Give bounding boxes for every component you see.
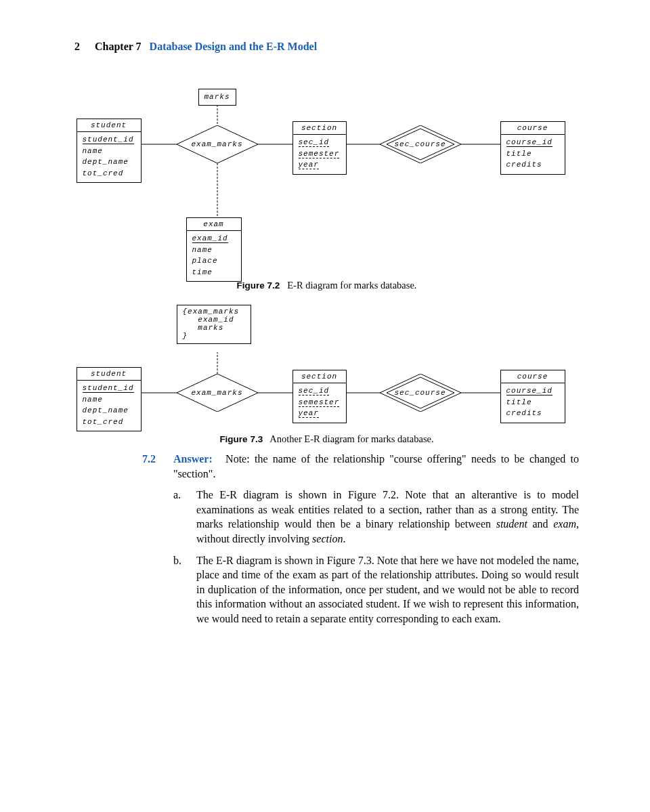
rel-sec-course-2-label: sec_course <box>394 389 446 397</box>
student2-attr-1: name <box>83 394 135 406</box>
entity-section: section sec_id semester year <box>292 121 347 175</box>
student-attr-1: name <box>83 146 135 157</box>
student2-attr-2: dept_name <box>83 405 135 416</box>
figure-7-2-text: E-R diagram for marks database. <box>287 280 416 291</box>
rel-sec-course-label: sec_course <box>394 140 446 148</box>
entity-student-title: student <box>77 119 141 132</box>
entity-exam: exam exam_id name place time <box>186 217 242 282</box>
rel-exam-marks-2: exam_marks <box>177 375 258 411</box>
marks-attr-title: marks <box>204 91 230 103</box>
entity-course-2-title: course <box>501 370 565 383</box>
answer-number: 7.2 <box>142 452 173 481</box>
rel-exam-marks-2-label: exam_marks <box>191 389 242 397</box>
course2-attr-2: credits <box>506 408 559 419</box>
exam-attr-2: place <box>192 255 236 267</box>
section-attr-2: year <box>299 161 319 169</box>
student-attr-0: student_id <box>83 136 134 144</box>
exam-attr-1: name <box>192 244 236 256</box>
student2-attr-3: tot_cred <box>83 416 135 428</box>
rel-exam-marks-label: exam_marks <box>191 140 242 148</box>
entity-section-2-title: section <box>293 370 346 383</box>
entity-course-title: course <box>501 122 565 135</box>
er-diagram-7-2: marks student student_id name dept_name … <box>77 77 578 280</box>
section2-attr-0: sec_id <box>299 387 330 396</box>
student-attr-3: tot_cred <box>83 168 135 179</box>
entity-exam-title: exam <box>187 218 241 231</box>
course-attr-2: credits <box>506 159 559 171</box>
course2-attr-1: title <box>506 397 559 408</box>
course-attr-0: course_id <box>506 139 552 147</box>
exam-marks-attr-body: {exam_marks exam_id marks } <box>177 305 251 343</box>
entity-student-2-title: student <box>77 368 141 381</box>
entity-section-2: section sec_id semester year <box>292 370 347 423</box>
section2-attr-2: year <box>299 410 319 418</box>
section-attr-0: sec_id <box>299 139 330 147</box>
marks-attr-box: marks <box>198 89 236 106</box>
rel-exam-marks: exam_marks <box>177 126 258 163</box>
course-attr-1: title <box>506 148 559 160</box>
chapter-title: Database Design and the E-R Model <box>150 41 318 52</box>
answer-b-letter: b. <box>173 553 196 626</box>
answer-label: Answer: <box>173 453 213 465</box>
answer-a-letter: a. <box>173 488 196 546</box>
figure-7-2-caption: Figure 7.2 E-R diagram for marks databas… <box>74 280 579 291</box>
section-attr-1: semester <box>299 150 340 158</box>
running-header: 2 Chapter 7 Database Design and the E-R … <box>74 41 579 53</box>
entity-section-title: section <box>293 122 346 135</box>
chapter-label: Chapter 7 <box>95 41 142 52</box>
rel-sec-course-2: sec_course <box>380 375 461 411</box>
answer-lead-text: Note: the name of the relationship "cour… <box>173 453 579 479</box>
section2-attr-1: semester <box>299 399 340 407</box>
course2-attr-0: course_id <box>506 387 552 396</box>
student2-attr-0: student_id <box>83 385 134 393</box>
entity-course-2: course course_id title credits <box>500 370 565 423</box>
page-number: 2 <box>74 41 80 52</box>
answer-block: 7.2 Answer: Note: the name of the relati… <box>142 452 579 626</box>
rel-sec-course: sec_course <box>380 126 461 163</box>
figure-7-3-text: Another E-R diagram for marks database. <box>269 433 433 444</box>
figure-7-3-num: Figure 7.3 <box>219 434 263 444</box>
answer-a-text: The E-R diagram is shown in Figure 7.2. … <box>196 488 579 546</box>
figure-7-3-caption: Figure 7.3 Another E-R diagram for marks… <box>74 433 579 445</box>
answer-b-text: The E-R diagram is shown in Figure 7.3. … <box>196 553 579 626</box>
entity-student-2: student student_id name dept_name tot_cr… <box>77 367 142 431</box>
exam-marks-attr-box: {exam_marks exam_id marks } <box>177 305 251 344</box>
entity-course: course course_id title credits <box>500 121 565 175</box>
er-diagram-7-3: {exam_marks exam_id marks } student stud… <box>77 305 578 433</box>
exam-attr-0: exam_id <box>192 235 228 243</box>
student-attr-2: dept_name <box>83 156 135 168</box>
exam-attr-3: time <box>192 267 236 278</box>
entity-student: student student_id name dept_name tot_cr… <box>77 119 142 183</box>
figure-7-2-num: Figure 7.2 <box>237 280 280 291</box>
